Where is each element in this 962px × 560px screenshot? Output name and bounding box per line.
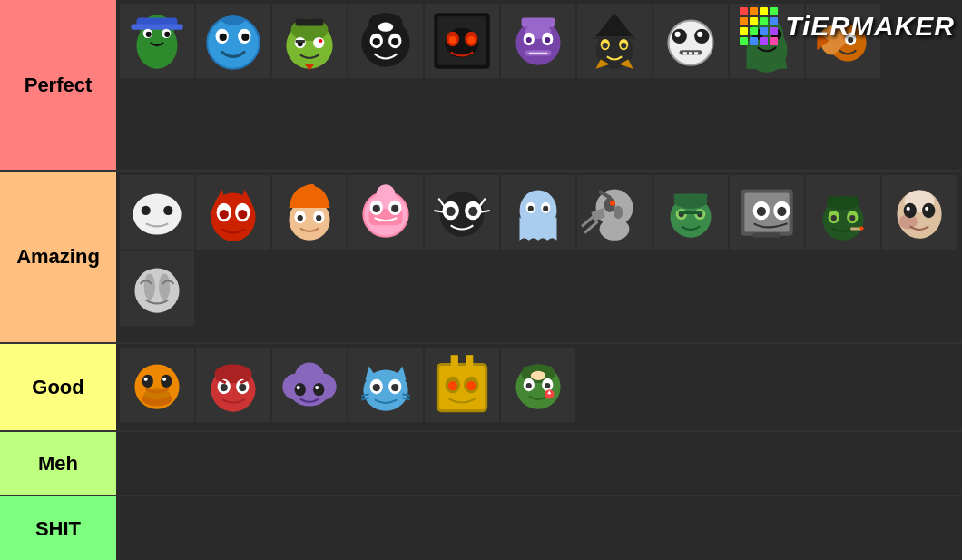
svg-point-76 xyxy=(220,210,229,219)
tier-label-perfect: Perfect xyxy=(0,0,116,170)
svg-point-49 xyxy=(603,43,608,48)
svg-point-164 xyxy=(373,384,380,391)
tier-item-red-demon[interactable] xyxy=(196,175,270,250)
tier-item-orange-hair[interactable] xyxy=(272,175,347,250)
svg-point-12 xyxy=(220,34,227,41)
svg-point-77 xyxy=(238,210,247,219)
svg-point-22 xyxy=(319,39,322,43)
svg-point-82 xyxy=(316,215,321,221)
tier-row-meh: Meh xyxy=(0,432,962,496)
tier-item-blue-ghost[interactable] xyxy=(501,175,575,250)
logo-text: TiERMAKER xyxy=(785,11,955,42)
tier-item-blue-hat-guy[interactable] xyxy=(120,4,194,78)
svg-point-55 xyxy=(675,32,681,37)
svg-point-36 xyxy=(449,36,456,44)
svg-point-159 xyxy=(297,386,300,389)
svg-point-70 xyxy=(133,194,181,235)
tiermaker-logo: TiERMAKER xyxy=(740,7,955,45)
tier-item-green-hat[interactable] xyxy=(806,175,880,250)
svg-point-100 xyxy=(543,206,548,211)
svg-point-44 xyxy=(545,37,550,43)
svg-point-88 xyxy=(373,205,380,212)
tier-item-grey-ball[interactable] xyxy=(120,251,194,326)
tier-item-blue-cat[interactable] xyxy=(348,348,423,422)
tier-content-amazing xyxy=(116,172,962,342)
tier-list: Perfect xyxy=(0,0,962,560)
svg-point-165 xyxy=(391,384,398,391)
svg-point-90 xyxy=(377,184,396,203)
tier-item-green-pirate[interactable] xyxy=(272,4,347,78)
svg-point-133 xyxy=(904,203,917,218)
svg-point-144 xyxy=(144,378,148,381)
tier-item-green-mario[interactable] xyxy=(501,348,575,422)
svg-point-181 xyxy=(545,383,550,388)
logo-grid xyxy=(740,7,778,45)
svg-rect-113 xyxy=(679,211,703,214)
tier-row-perfect: Perfect xyxy=(0,0,962,172)
svg-point-6 xyxy=(146,32,152,37)
svg-rect-123 xyxy=(829,197,859,204)
svg-point-119 xyxy=(777,207,786,216)
svg-point-143 xyxy=(161,375,172,388)
tier-row-shit: SHIT xyxy=(0,496,962,560)
svg-point-104 xyxy=(610,201,615,206)
svg-point-43 xyxy=(526,37,532,43)
svg-point-135 xyxy=(907,207,910,211)
tier-label-shit: SHIT xyxy=(0,496,116,560)
svg-rect-108 xyxy=(674,194,708,200)
tier-item-green-detective[interactable] xyxy=(653,175,728,250)
svg-point-126 xyxy=(831,215,837,221)
svg-rect-3 xyxy=(131,25,182,30)
tier-item-blue-smiley[interactable] xyxy=(196,4,270,78)
tier-item-red-angry[interactable] xyxy=(196,348,270,422)
svg-rect-59 xyxy=(689,52,692,54)
svg-point-180 xyxy=(526,383,532,388)
svg-point-94 xyxy=(447,207,456,216)
svg-point-72 xyxy=(163,206,172,215)
svg-point-19 xyxy=(313,37,324,48)
svg-rect-21 xyxy=(296,40,305,43)
svg-point-134 xyxy=(922,203,935,218)
tier-row-good: Good xyxy=(0,344,962,432)
tier-item-bendy[interactable] xyxy=(348,4,423,78)
tier-content-good xyxy=(116,344,962,430)
svg-point-173 xyxy=(466,381,476,390)
svg-point-50 xyxy=(621,43,626,48)
svg-point-71 xyxy=(142,206,151,215)
svg-point-137 xyxy=(134,268,179,312)
tier-row-amazing: Amazing xyxy=(0,172,962,344)
tier-item-bald-creature[interactable] xyxy=(882,175,957,250)
svg-rect-166 xyxy=(437,364,486,410)
tier-item-black-spider[interactable] xyxy=(425,175,499,250)
svg-point-28 xyxy=(373,38,380,45)
svg-point-118 xyxy=(757,207,766,216)
svg-point-158 xyxy=(313,383,324,396)
tier-label-meh: Meh xyxy=(0,432,116,495)
svg-point-172 xyxy=(448,381,457,390)
tier-item-pink-masked[interactable] xyxy=(348,175,423,250)
tier-item-white-oval[interactable] xyxy=(120,175,194,250)
tier-item-purple-masked[interactable] xyxy=(501,4,575,78)
svg-point-29 xyxy=(391,38,398,45)
tier-item-screen-face[interactable] xyxy=(730,175,804,250)
svg-point-127 xyxy=(849,215,855,221)
tier-item-crow-plague[interactable] xyxy=(577,175,652,250)
svg-point-14 xyxy=(222,15,245,25)
tier-item-orange-beard[interactable] xyxy=(120,348,194,422)
tier-label-amazing: Amazing xyxy=(0,172,116,342)
tier-item-robot-ball[interactable] xyxy=(653,4,728,78)
tier-item-witch[interactable] xyxy=(577,4,652,78)
svg-point-13 xyxy=(241,34,249,41)
svg-rect-120 xyxy=(753,233,781,238)
svg-point-138 xyxy=(144,274,155,300)
tier-label-good: Good xyxy=(0,344,116,430)
tier-item-dark-frame[interactable] xyxy=(425,4,499,78)
tier-item-yellow-box[interactable] xyxy=(425,348,499,422)
svg-point-7 xyxy=(164,32,170,37)
svg-point-30 xyxy=(378,23,393,32)
svg-point-152 xyxy=(239,384,246,391)
svg-point-99 xyxy=(528,206,534,211)
svg-point-139 xyxy=(159,274,170,300)
svg-point-136 xyxy=(925,207,928,211)
tier-item-purple-cloud[interactable] xyxy=(272,348,347,422)
